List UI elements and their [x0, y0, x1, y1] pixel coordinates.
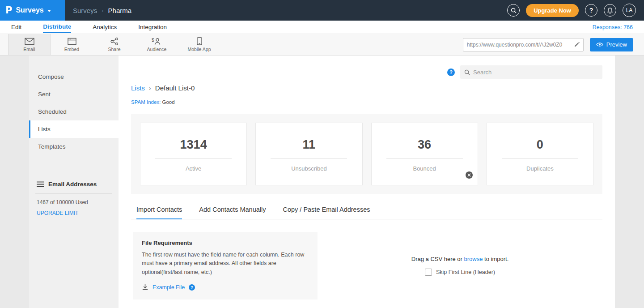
stat-card-active: 1314 Active [140, 123, 247, 185]
help-icon[interactable]: ? [585, 4, 597, 17]
browse-link[interactable]: browse [464, 256, 483, 262]
avatar[interactable]: LA [623, 4, 636, 17]
sidebar-item-scheduled[interactable]: Scheduled [29, 103, 119, 120]
content-area: Compose Sent Scheduled Lists Templates E… [0, 56, 644, 308]
sidebar-item-sent[interactable]: Sent [29, 86, 119, 103]
toolbar-right: Preview [463, 34, 644, 55]
spam-index-row: SPAM Index: Good [131, 99, 602, 105]
audience-icon: $ [152, 38, 162, 45]
bell-glyph [607, 7, 613, 14]
email-addresses-header: Email Addresses [29, 175, 119, 193]
pencil-icon [574, 42, 580, 47]
eye-icon [596, 42, 603, 47]
upgrade-limit-link[interactable]: UPGRADE LIMIT [29, 207, 119, 219]
product-name: Surveys [16, 6, 43, 14]
breadcrumb-separator: › [149, 84, 151, 92]
main-panel: ? Lists › Default List-0 SPAM Index: Goo… [119, 56, 615, 308]
stat-value: 11 [256, 138, 362, 152]
contact-search-box [460, 65, 602, 79]
sidebar-item-templates[interactable]: Templates [29, 138, 119, 155]
spam-index-label: SPAM Index: [131, 99, 161, 105]
sidebar-item-lists[interactable]: Lists [29, 120, 119, 138]
magnifier-glyph [511, 8, 517, 13]
stat-value: 36 [372, 138, 478, 152]
tab-analytics[interactable]: Analytics [93, 21, 117, 33]
dropzone-text: Drag a CSV here or browse to import. [411, 256, 509, 262]
responses-count[interactable]: Responses: 766 [593, 24, 633, 30]
toolbar-item-share[interactable]: Share [93, 34, 136, 55]
email-addresses-block: Email Addresses 1467 of 100000 Used UPGR… [29, 175, 119, 219]
survey-nav-tabs: Edit Distribute Analytics Integration Re… [0, 21, 644, 34]
stat-card-duplicates: 0 Duplicates [487, 123, 593, 185]
example-file-help-icon[interactable]: ? [189, 284, 195, 291]
tab-distribute[interactable]: Distribute [43, 21, 71, 33]
survey-url-input[interactable] [463, 42, 570, 48]
share-icon [110, 38, 119, 45]
email-addresses-label: Email Addresses [48, 181, 97, 188]
toolbar-item-mobile-app[interactable]: Mobile App [178, 34, 220, 55]
breadcrumb-separator: › [102, 7, 103, 14]
main-top-row: ? [131, 65, 602, 79]
tab-import-contacts[interactable]: Import Contacts [136, 206, 182, 219]
svg-text:$: $ [152, 38, 154, 43]
tab-add-contacts-manually[interactable]: Add Contacts Manually [199, 206, 266, 219]
example-file-row: Example File ? [142, 284, 309, 291]
distribute-toolbar: Email Embed Share $ Audience Mobile App … [0, 34, 644, 56]
search-icon[interactable] [507, 4, 520, 17]
lists-breadcrumb-link[interactable]: Lists [131, 84, 145, 92]
edit-url-button[interactable] [570, 38, 583, 51]
download-icon[interactable] [142, 284, 148, 291]
magnifier-icon [464, 69, 470, 75]
topbar-actions: Upgrade Now ? LA [507, 4, 644, 17]
skip-first-line-row: Skip First Line (Header) [425, 269, 495, 276]
tab-integration[interactable]: Integration [138, 21, 167, 33]
mobile-app-icon [197, 37, 202, 45]
sidebar-item-compose[interactable]: Compose [29, 68, 119, 86]
dropzone-text-after: to import. [483, 256, 508, 262]
toolbar-item-embed[interactable]: Embed [51, 34, 93, 55]
preview-label: Preview [606, 41, 627, 48]
example-file-link[interactable]: Example File [153, 284, 185, 291]
product-switcher[interactable]: P Surveys [0, 0, 65, 21]
dropzone-text-before: Drag a CSV here or [411, 256, 464, 262]
search-input[interactable] [473, 69, 598, 76]
divider [502, 158, 578, 159]
questionpro-logo: P [5, 5, 12, 16]
import-body: File Requirements The first row must hav… [131, 232, 602, 299]
chevron-down-icon [47, 10, 51, 12]
toolbar-item-label: Audience [147, 47, 167, 52]
breadcrumb: Surveys › Pharma [73, 7, 131, 14]
list-breadcrumb: Lists › Default List-0 [131, 84, 602, 92]
stat-value: 1314 [140, 138, 246, 152]
toolbar-item-audience[interactable]: $ Audience [136, 34, 178, 55]
usage-count: 1467 of 100000 Used [29, 194, 119, 207]
csv-dropzone[interactable]: Drag a CSV here or browse to import. Ski… [318, 232, 602, 299]
breadcrumb-surveys-link[interactable]: Surveys [73, 7, 97, 14]
embed-icon [68, 38, 76, 45]
contact-stats: 1314 Active 11 Unsubscribed 36 Bounced 0 [131, 114, 602, 194]
survey-url-box [463, 38, 584, 51]
blocked-circle-icon[interactable] [465, 171, 473, 180]
skip-first-line-checkbox[interactable] [425, 269, 432, 276]
toolbar-item-label: Email [23, 47, 35, 52]
tab-copy-paste-email-addresses[interactable]: Copy / Paste Email Addresses [283, 206, 370, 219]
divider [271, 158, 347, 159]
preview-button[interactable]: Preview [590, 38, 633, 51]
file-requirements-text: The first row must have the field name f… [142, 251, 309, 277]
list-icon [37, 181, 44, 187]
stat-label: Active [140, 165, 246, 172]
upgrade-now-button[interactable]: Upgrade Now [526, 4, 579, 17]
skip-first-line-label: Skip First Line (Header) [436, 269, 495, 275]
stat-card-unsubscribed: 11 Unsubscribed [255, 123, 362, 185]
tab-edit[interactable]: Edit [11, 21, 21, 33]
file-requirements-box: File Requirements The first row must hav… [133, 232, 318, 299]
toolbar-item-email[interactable]: Email [8, 34, 51, 55]
import-tabs: Import Contacts Add Contacts Manually Co… [131, 206, 602, 219]
toolbar-item-label: Share [108, 47, 120, 52]
breadcrumb-survey-name: Pharma [108, 7, 132, 14]
contextual-help-icon[interactable]: ? [447, 68, 455, 76]
notifications-bell-icon[interactable] [604, 4, 616, 17]
email-sidebar: Compose Sent Scheduled Lists Templates E… [29, 56, 119, 308]
divider [386, 158, 463, 159]
file-requirements-title: File Requirements [142, 240, 309, 246]
